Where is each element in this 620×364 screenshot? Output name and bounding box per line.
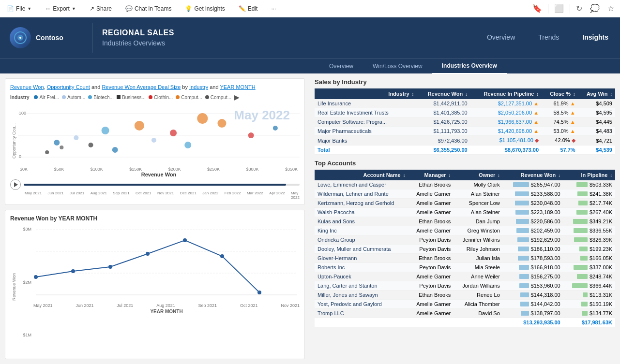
comment-icon[interactable]: 💭	[588, 2, 602, 15]
cell-owner: Alicia Thomber	[454, 300, 503, 309]
cell-in-pipeline: $199.23K	[563, 245, 615, 254]
cell-in-pipeline: $267.40K	[563, 208, 615, 217]
nav-trends[interactable]: Trends	[527, 17, 571, 58]
accounts-table-row: Tromp LLC Amelie Garner David So $138,79…	[315, 309, 615, 318]
revenue-mini-bar	[518, 256, 529, 261]
may-2022-label: May 2022	[234, 108, 290, 123]
cell-manager: Ethan Brooks	[408, 291, 454, 300]
th-owner[interactable]: Owner ↕	[454, 170, 503, 180]
legend-airfrei: Air Frei...	[34, 95, 59, 100]
play-icon	[14, 182, 18, 187]
th-industry[interactable]: Industry ↕	[315, 88, 417, 99]
scatter-area: May 2022 100 0	[18, 104, 300, 167]
diamond-icon: ◆	[572, 137, 575, 143]
line-x-title: YEAR MONTH	[33, 309, 300, 314]
window-icon[interactable]: ⬜	[552, 2, 566, 15]
svg-point-19	[248, 132, 254, 138]
more-menu[interactable]: ···	[268, 3, 279, 14]
sort-icon-account: ↕	[403, 173, 406, 178]
svg-point-17	[184, 142, 191, 148]
legend-autom: Autom...	[62, 95, 85, 100]
export-menu[interactable]: ↔ Export ▼	[42, 3, 79, 14]
nav-insights[interactable]: Insights	[571, 17, 620, 58]
svg-point-18	[217, 119, 226, 128]
cell-manager: Peyton Davis	[408, 245, 454, 254]
th-avg[interactable]: Avg Win ↕	[578, 88, 615, 99]
refresh-icon[interactable]: ↻	[574, 2, 584, 15]
cell-rev-won: $186,110.00	[503, 245, 563, 254]
revenue-won-link[interactable]: Revenue Won	[10, 84, 44, 90]
cell-pipeline: $1,420,698.00 ▲	[470, 127, 542, 136]
pipeline-mini-bar	[572, 283, 588, 288]
pipeline-mini-bar	[583, 292, 588, 297]
accounts-table-row: Lang, Carter and Stanton Peyton Davis Jo…	[315, 281, 615, 291]
cell-owner: Alan Steiner	[454, 189, 503, 199]
cell-manager: Ethan Brooks	[408, 217, 454, 226]
sub-nav-industries[interactable]: Industries Overview	[432, 58, 507, 74]
edit-button[interactable]: ✏️ Edit	[236, 3, 261, 14]
cell-rev-won: $230,048.00	[503, 199, 563, 208]
line-y-axis-label-container: Revenue Won	[10, 225, 18, 349]
timeline-progress-bar[interactable]	[24, 184, 300, 186]
th-account[interactable]: Account Name ↕	[315, 170, 408, 180]
cell-in-pipeline: $217.74K	[563, 199, 615, 208]
sort-icon-manager: ↕	[449, 173, 451, 178]
th-manager[interactable]: Manager ↕	[408, 170, 454, 180]
accounts-section: Top Accounts Account Name ↕ Manager ↕ Ow…	[315, 160, 615, 359]
avg-deal-link[interactable]: Revenue Won Average Deal Size	[102, 84, 181, 90]
accounts-title: Top Accounts	[315, 160, 615, 167]
warning-icon: ▲	[570, 101, 575, 106]
x-axis-title: Revenue Won	[18, 172, 300, 177]
opp-count-link[interactable]: Opportunity Count	[47, 84, 90, 90]
insights-button[interactable]: 💡 Get insights	[182, 3, 227, 14]
svg-point-20	[273, 126, 278, 131]
cell-manager: Ethan Brooks	[408, 254, 454, 263]
sub-nav-winloss[interactable]: Win/Loss Overview	[363, 58, 432, 74]
timeline-ticks: May 2021 Jun 2021 Jul 2021 Aug 2021 Sep …	[10, 191, 300, 200]
th-close[interactable]: Close % ↕	[542, 88, 578, 99]
sub-nav-overview[interactable]: Overview	[319, 58, 363, 74]
accounts-table-row: Ondricka Group Peyton Davis Jennifer Wil…	[315, 235, 615, 245]
th-pipeline[interactable]: Revenue In Pipeline ↕	[470, 88, 542, 99]
y-label-1m: $1M	[18, 333, 31, 337]
svg-point-31	[183, 238, 187, 242]
cell-manager: Amelie Garner	[408, 208, 454, 217]
cell-account: Lowe, Emmerich and Casper	[315, 180, 408, 189]
revenue-bar-cell: $223,189.00	[506, 209, 560, 215]
x-axis-labels: $0K $50K $100K $150K $200K $250K $300K $…	[18, 167, 300, 172]
file-chevron-icon: ▼	[27, 6, 31, 11]
chat-teams-button[interactable]: 💬 Chat in Teams	[122, 3, 174, 14]
revenue-bar-cell: $156,275.00	[506, 274, 560, 279]
line-svg	[33, 225, 300, 302]
accounts-table-wrap[interactable]: Account Name ↕ Manager ↕ Owner ↕ Revenue…	[315, 170, 615, 359]
sub-title: Industries Overviews	[102, 39, 475, 47]
svg-point-15	[112, 147, 118, 153]
legend-more[interactable]: ▶	[234, 93, 240, 101]
th-revenue-won[interactable]: Revenue Won ↓	[417, 88, 470, 99]
legend-business: Business...	[117, 95, 146, 100]
cell-rev-won: $192,629.00	[503, 235, 563, 245]
cell-in-pipeline: $503.33K	[563, 180, 615, 189]
file-menu[interactable]: 📄 File ▼	[4, 3, 34, 14]
cell-revenue: $1,401,385.00	[417, 108, 470, 117]
revenue-mini-bar	[517, 237, 529, 242]
accounts-table-row: Walsh-Pacocha Amelie Garner Alan Steiner…	[315, 208, 615, 217]
star-icon[interactable]: ☆	[605, 2, 616, 15]
export-icon: ↔	[45, 5, 51, 12]
cell-account: Ondricka Group	[315, 235, 408, 245]
svg-point-9	[74, 135, 78, 140]
share-button[interactable]: ↗ Share	[87, 3, 115, 14]
warning-icon: ▲	[533, 101, 539, 106]
warning-icon: ▲	[570, 119, 575, 125]
industry-link[interactable]: Industry	[189, 84, 208, 90]
cell-account: Kulas and Sons	[315, 217, 408, 226]
pipeline-mini-bar	[574, 228, 588, 233]
year-month-link[interactable]: YEAR MONTH	[220, 84, 255, 90]
cell-industry: Major Pharmaceuticals	[315, 127, 417, 136]
th-rev-won[interactable]: Revenue Won ↓	[503, 170, 563, 180]
play-button[interactable]	[10, 179, 21, 190]
th-in-pipeline[interactable]: In Pipeline ↕	[563, 170, 615, 180]
nav-overview[interactable]: Overview	[475, 17, 527, 58]
cell-account: Lang, Carter and Stanton	[315, 281, 408, 291]
bookmark-icon[interactable]: 🔖	[530, 2, 544, 15]
